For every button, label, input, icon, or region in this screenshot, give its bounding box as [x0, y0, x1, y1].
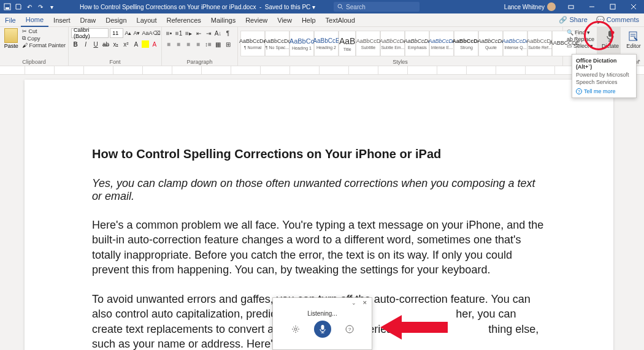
- text-effects-icon[interactable]: A: [132, 39, 140, 49]
- dictation-mic-button[interactable]: [314, 321, 331, 338]
- avatar: [547, 2, 556, 11]
- dictate-button[interactable]: Dictate: [600, 28, 621, 49]
- user-account[interactable]: Lance Whitney: [499, 2, 561, 11]
- increase-font-icon[interactable]: A▴: [125, 29, 132, 37]
- search-box[interactable]: Search: [334, 2, 420, 12]
- share-button[interactable]: 🔗 Share: [559, 16, 587, 24]
- ruler[interactable]: [0, 66, 644, 75]
- show-marks-icon[interactable]: ¶: [223, 28, 232, 38]
- tab-insert[interactable]: Insert: [48, 17, 75, 24]
- tab-home[interactable]: Home: [21, 13, 48, 27]
- group-clipboard: Paste ✂ Cut ⧉ Copy 🖌 Format Painter Clip…: [0, 27, 69, 66]
- tab-view[interactable]: View: [272, 17, 297, 24]
- close-icon[interactable]: [623, 0, 644, 13]
- dictation-close-icon[interactable]: ✕: [361, 299, 369, 306]
- ribbon-display-icon[interactable]: [561, 0, 581, 13]
- qat-icon[interactable]: ▾: [48, 3, 55, 10]
- style-item[interactable]: AaBbCcDcEmphasis: [405, 31, 429, 56]
- svg-rect-6: [610, 4, 615, 9]
- cut-button[interactable]: ✂ Cut: [22, 28, 66, 34]
- decrease-font-icon[interactable]: A▾: [133, 29, 140, 37]
- svg-text:?: ?: [578, 89, 580, 94]
- editor-button[interactable]: Editor: [623, 28, 644, 49]
- style-item[interactable]: AaBbCcHeading 1: [289, 31, 314, 56]
- shading-icon[interactable]: ▦: [213, 39, 223, 49]
- style-item[interactable]: AaBbCcDcIntense Q...: [503, 31, 527, 56]
- tab-design[interactable]: Design: [101, 17, 131, 24]
- svg-marker-20: [380, 315, 448, 340]
- font-size-select[interactable]: 11: [110, 28, 123, 38]
- font-name-select[interactable]: Calibri (Body): [71, 28, 109, 38]
- borders-icon[interactable]: ⊞: [223, 39, 232, 49]
- italic-button[interactable]: I: [81, 39, 90, 49]
- copy-button[interactable]: ⧉ Copy: [22, 35, 66, 42]
- collapse-ribbon-icon[interactable]: ⌃: [637, 59, 642, 65]
- style-item[interactable]: AaBTitle: [339, 31, 356, 56]
- tab-draw[interactable]: Draw: [75, 17, 101, 24]
- align-right-icon[interactable]: ≡: [184, 39, 193, 49]
- comments-button[interactable]: 💬 Comments: [596, 16, 639, 24]
- highlight-icon[interactable]: [142, 40, 149, 48]
- undo-icon[interactable]: ↶: [26, 3, 33, 10]
- dictation-status: Listening...: [273, 308, 372, 321]
- tab-help[interactable]: Help: [297, 17, 321, 24]
- group-paragraph: ≡• ≡1 ≡▸ ⇤ ⇥ A↓ ¶ ≡ ≡ ≡ ≡ ↕≡ ▦ ⊞ Paragra…: [162, 27, 238, 66]
- style-item[interactable]: AaBbCcDSubtitle: [356, 31, 380, 56]
- dictation-help-icon[interactable]: ?: [345, 324, 355, 334]
- bullets-icon[interactable]: ≡•: [164, 28, 174, 38]
- multilevel-icon[interactable]: ≡▸: [184, 28, 193, 38]
- tab-references[interactable]: References: [162, 17, 206, 24]
- save-icon[interactable]: [15, 3, 22, 10]
- dictation-collapse-icon[interactable]: ⌄: [350, 299, 358, 306]
- doc-heading: How to Control Spelling Corrections on Y…: [92, 147, 546, 161]
- line-spacing-icon[interactable]: ↕≡: [204, 39, 213, 49]
- numbering-icon[interactable]: ≡1: [174, 28, 183, 38]
- autosave-icon[interactable]: [4, 3, 11, 10]
- document-title: How to Control Spelling Corrections on Y…: [80, 4, 315, 10]
- select-button[interactable]: ▭ Select ▾: [567, 43, 593, 49]
- clear-format-icon[interactable]: A⌫: [150, 29, 159, 37]
- tab-textaloud[interactable]: TextAloud: [321, 17, 360, 24]
- align-center-icon[interactable]: ≡: [174, 39, 183, 49]
- tell-me-more-link[interactable]: ? Tell me more: [576, 88, 632, 94]
- style-item[interactable]: AaBbCcDc¶ No Spac...: [265, 31, 289, 56]
- replace-button[interactable]: ab Replace: [567, 36, 593, 42]
- decrease-indent-icon[interactable]: ⇤: [194, 28, 203, 38]
- svg-point-16: [294, 328, 297, 330]
- sort-icon[interactable]: A↓: [213, 28, 223, 38]
- change-case-icon[interactable]: Aa: [142, 29, 149, 37]
- dictation-settings-icon[interactable]: [291, 324, 301, 334]
- strike-button[interactable]: ab: [101, 39, 110, 49]
- style-item[interactable]: AaBbCcDcSubtle Ref...: [527, 31, 552, 56]
- find-button[interactable]: 🔍 Find ▾: [567, 29, 593, 36]
- tab-layout[interactable]: Layout: [132, 17, 162, 24]
- style-item[interactable]: AaBbCcDcIntense E...: [429, 31, 454, 56]
- tab-review[interactable]: Review: [240, 17, 272, 24]
- maximize-icon[interactable]: [602, 0, 623, 13]
- style-item[interactable]: AaBbCcDc¶ Normal: [240, 31, 265, 56]
- style-item[interactable]: AaBbCcEHeading 2: [314, 31, 339, 56]
- styles-gallery[interactable]: AaBbCcDc¶ NormalAaBbCcDc¶ No Spac...AaBb…: [240, 28, 560, 59]
- paste-button[interactable]: Paste: [2, 28, 20, 59]
- svg-rect-17: [321, 325, 324, 330]
- subscript-button[interactable]: x₂: [112, 39, 120, 49]
- tab-mailings[interactable]: Mailings: [206, 17, 240, 24]
- bold-button[interactable]: B: [71, 39, 80, 49]
- editor-icon: [627, 29, 640, 43]
- align-left-icon[interactable]: ≡: [164, 39, 174, 49]
- dictate-tooltip: Office Dictation (Alt+`) Powered by Micr…: [572, 54, 637, 98]
- justify-icon[interactable]: ≡: [194, 39, 203, 49]
- search-placeholder: Search: [346, 4, 366, 10]
- increase-indent-icon[interactable]: ⇥: [204, 28, 213, 38]
- style-item[interactable]: AaBbCcDcSubtle Em...: [380, 31, 405, 56]
- tab-file[interactable]: File: [0, 17, 21, 24]
- font-color-icon[interactable]: A: [150, 39, 159, 49]
- superscript-button[interactable]: x²: [121, 39, 130, 49]
- minimize-icon[interactable]: [581, 0, 602, 13]
- group-styles: AaBbCcDc¶ NormalAaBbCcDc¶ No Spac...AaBb…: [238, 27, 563, 66]
- underline-button[interactable]: U: [91, 39, 100, 49]
- style-item[interactable]: AaBbCcDcQuote: [478, 31, 503, 56]
- format-painter-button[interactable]: 🖌 Format Painter: [22, 42, 66, 48]
- style-item[interactable]: AaBbCcDcStrong: [454, 31, 478, 56]
- redo-icon[interactable]: ↷: [37, 3, 44, 10]
